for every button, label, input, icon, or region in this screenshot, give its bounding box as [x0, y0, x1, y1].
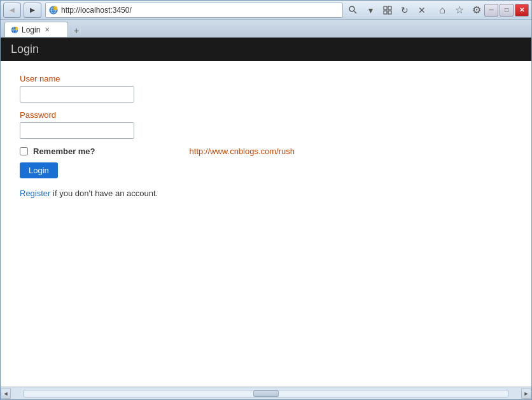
- browser-content: Login User name Password Remember me? ht…: [1, 38, 531, 387]
- right-toolbar: ⌂ ☆ ⚙: [435, 3, 484, 18]
- remember-row: Remember me? http://www.cnblogs.com/rush: [20, 146, 512, 156]
- browser-toolbar: ▾ ↻ ✕: [346, 3, 430, 18]
- title-bar: ◄ ► ! http://localhost:3450/: [1, 1, 531, 20]
- svg-text:!: !: [15, 27, 16, 30]
- password-group: Password: [20, 110, 512, 139]
- password-label: Password: [20, 110, 512, 120]
- scroll-right-button[interactable]: ►: [521, 389, 531, 399]
- back-button[interactable]: ◄: [3, 3, 21, 18]
- tab-close-button[interactable]: ✕: [43, 25, 52, 34]
- ie-globe-icon: !: [48, 5, 59, 15]
- svg-rect-11: [388, 6, 391, 10]
- scrollbar-track: [24, 390, 508, 397]
- register-suffix: if you don't have an account.: [53, 189, 158, 198]
- svg-text:!: !: [55, 7, 55, 10]
- page-body: User name Password Remember me? http://w…: [1, 61, 531, 387]
- settings-button[interactable]: ⚙: [469, 3, 484, 18]
- home-button[interactable]: ⌂: [435, 3, 450, 18]
- svg-point-8: [349, 6, 354, 11]
- minimize-button[interactable]: ─: [484, 4, 498, 17]
- login-button[interactable]: Login: [20, 162, 58, 178]
- scroll-left-button[interactable]: ◄: [1, 389, 11, 399]
- tab-favicon-icon: !: [10, 25, 19, 34]
- address-bar[interactable]: ! http://localhost:3450/: [45, 3, 343, 18]
- svg-rect-12: [384, 11, 387, 14]
- svg-rect-13: [388, 11, 391, 14]
- svg-line-9: [354, 11, 357, 13]
- status-bar: ◄ ►: [1, 387, 531, 399]
- browser-window: ◄ ► ! http://localhost:3450/: [0, 0, 532, 400]
- register-row: Register if you don't have an account.: [20, 189, 512, 198]
- nav-controls: ◄ ►: [3, 3, 43, 18]
- search-icon: [348, 5, 358, 15]
- stop-button[interactable]: ✕: [414, 3, 430, 18]
- search-dropdown-button[interactable]: [346, 3, 361, 18]
- forward-button[interactable]: ►: [24, 3, 41, 18]
- tab-login[interactable]: ! Login ✕: [4, 22, 68, 37]
- view-icon: [383, 6, 392, 15]
- username-group: User name: [20, 74, 512, 103]
- maximize-button[interactable]: □: [500, 4, 514, 17]
- back-icon: ◄: [8, 5, 17, 15]
- password-input[interactable]: [20, 122, 134, 139]
- username-input[interactable]: [20, 86, 134, 103]
- search-button[interactable]: ▾: [363, 3, 378, 18]
- window-controls: ─ □ ✕: [484, 4, 529, 17]
- horizontal-scrollbar[interactable]: ◄ ►: [1, 389, 531, 399]
- page-header: Login: [1, 38, 531, 61]
- login-button-row: Login: [20, 162, 512, 183]
- forward-icon: ►: [29, 5, 37, 15]
- view-button[interactable]: [380, 3, 395, 18]
- username-label: User name: [20, 74, 512, 83]
- remember-checkbox[interactable]: [20, 147, 28, 155]
- address-bar-area: ! http://localhost:3450/ ▾: [45, 3, 430, 18]
- refresh-button[interactable]: ↻: [397, 3, 412, 18]
- remember-me-label: Remember me?: [33, 146, 95, 156]
- svg-rect-10: [384, 6, 387, 10]
- address-text: http://localhost:3450/: [61, 6, 340, 15]
- close-button[interactable]: ✕: [515, 4, 529, 17]
- tabs-bar: ! Login ✕ +: [1, 20, 531, 38]
- tab-label: Login: [22, 25, 40, 34]
- favorites-button[interactable]: ☆: [452, 3, 467, 18]
- page-title: Login: [11, 43, 39, 55]
- blog-link[interactable]: http://www.cnblogs.com/rush: [190, 146, 295, 156]
- scrollbar-thumb[interactable]: [253, 390, 279, 397]
- new-tab-button[interactable]: +: [69, 24, 83, 37]
- register-link[interactable]: Register: [20, 189, 50, 198]
